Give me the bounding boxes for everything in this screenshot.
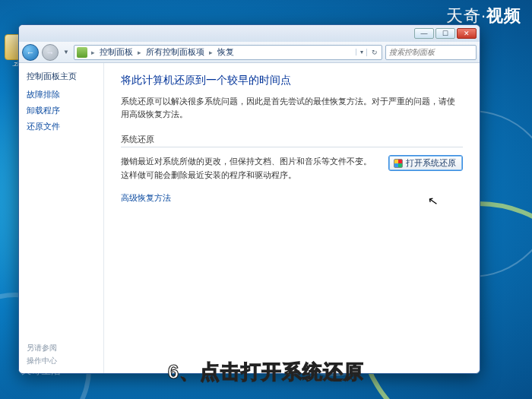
open-system-restore-button[interactable]: 打开系统还原 [388,155,463,171]
nav-history-dropdown[interactable]: ▼ [62,44,71,61]
page-title: 将此计算机还原到一个较早的时间点 [121,74,463,87]
cursor-icon: ↖ [426,193,439,209]
system-restore-group-label: 系统还原 [121,134,463,145]
address-bar[interactable]: ▸ 控制面板 ▸ 所有控制面板项 ▸ 恢复 ▾ ↻ [74,45,382,60]
divider [121,147,463,147]
chevron-right-icon[interactable]: ▸ [90,49,97,56]
breadcrumb[interactable]: 控制面板 [97,46,136,58]
breadcrumb[interactable]: 所有控制面板项 [143,46,207,58]
content-pane: 将此计算机还原到一个较早的时间点 系统还原可以解决很多系统问题，因此是首先尝试的… [104,63,480,373]
sidebar-item-troubleshoot[interactable]: 故障排除 [27,87,103,103]
open-system-restore-label: 打开系统还原 [406,157,456,169]
sidebar-item-restore-files[interactable]: 还原文件 [27,119,103,135]
sidebar-item-uninstall[interactable]: 卸载程序 [27,103,103,119]
maximize-button[interactable]: ☐ [435,28,455,39]
search-input[interactable] [386,48,480,56]
chevron-right-icon[interactable]: ▸ [136,49,143,56]
close-button[interactable]: ✕ [457,28,477,39]
titlebar: — ☐ ✕ [19,25,480,42]
tutorial-caption: 6、点击打开系统还原 [168,359,364,385]
see-also-heading: 另请参阅 [27,343,103,353]
minimize-button[interactable]: — [414,28,434,39]
breadcrumb[interactable]: 恢复 [214,46,237,58]
system-restore-description: 撤销最近对系统所做的更改，但保持文档、图片和音乐等文件不变。这样做可能会删除最近… [121,155,378,182]
navbar: ← → ▼ ▸ 控制面板 ▸ 所有控制面板项 ▸ 恢复 ▾ ↻ 🔍 [19,42,480,63]
advanced-recovery-link[interactable]: 高级恢复方法 [121,192,171,204]
page-description: 系统还原可以解决很多系统问题，因此是首先尝试的最佳恢复方法。对于严重的问题，请使… [121,95,463,120]
refresh-button[interactable]: ↻ [366,49,382,56]
shield-icon [394,159,403,168]
address-dropdown[interactable]: ▾ [356,49,366,55]
control-panel-icon [77,47,87,58]
control-panel-window: — ☐ ✕ ← → ▼ ▸ 控制面板 ▸ 所有控制面板项 ▸ 恢复 ▾ ↻ 🔍 … [18,24,480,374]
chevron-right-icon[interactable]: ▸ [207,49,214,56]
sidebar-heading[interactable]: 控制面板主页 [27,71,103,82]
back-button[interactable]: ← [22,44,39,61]
forward-button[interactable]: → [42,44,59,61]
watermark: 天奇生活 [21,364,61,378]
sidebar: 控制面板主页 故障排除 卸载程序 还原文件 另请参阅 操作中心 [19,63,104,373]
search-box[interactable]: 🔍 [385,45,477,60]
